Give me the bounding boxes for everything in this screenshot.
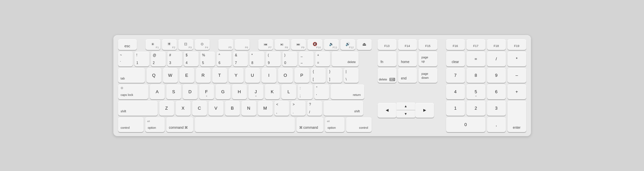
key-numpad-equals[interactable]: = xyxy=(467,52,485,66)
key-numpad-6[interactable]: 6 xyxy=(487,84,506,99)
key-f4[interactable]: ⊙ F4 xyxy=(195,39,210,50)
key-6[interactable]: ^ 6 xyxy=(217,52,231,66)
key-m[interactable]: M xyxy=(258,101,273,116)
key-p[interactable]: P xyxy=(294,68,309,83)
key-backslash[interactable]: | \ xyxy=(344,68,359,83)
key-rbracket[interactable]: } ] xyxy=(327,68,342,83)
key-k[interactable]: K xyxy=(265,84,280,99)
key-numpad-5[interactable]: 5 xyxy=(467,84,485,99)
key-command-left[interactable]: command ⌘ xyxy=(166,117,193,132)
key-f9[interactable]: ⏭ F9 xyxy=(291,39,306,50)
key-arrow-up[interactable]: ▲ xyxy=(396,103,415,110)
key-7[interactable]: & 7 xyxy=(233,52,248,66)
key-f7[interactable]: ⏮ F7 xyxy=(258,39,273,50)
key-4[interactable]: $ 4 xyxy=(184,52,199,66)
key-f1[interactable]: ☀ F1 xyxy=(146,39,160,50)
key-fn[interactable]: fn xyxy=(378,52,396,66)
key-0[interactable]: ) 0 xyxy=(282,52,297,66)
key-8[interactable]: * 8 xyxy=(250,52,264,66)
key-equals[interactable]: + = xyxy=(315,52,330,66)
key-f11[interactable]: 🔉 F11 xyxy=(324,39,339,50)
key-x[interactable]: X xyxy=(176,101,191,116)
key-u[interactable]: U xyxy=(245,68,260,83)
key-q[interactable]: Q xyxy=(147,68,161,83)
key-eject[interactable]: ⏏ xyxy=(357,39,372,50)
key-t[interactable]: T xyxy=(212,68,227,83)
key-n[interactable]: N xyxy=(241,101,256,116)
key-d[interactable]: D xyxy=(183,84,198,99)
key-numpad-divide[interactable]: / xyxy=(487,52,506,66)
key-quote[interactable]: " ' xyxy=(314,84,329,99)
key-a[interactable]: A xyxy=(150,84,165,99)
key-shift-right[interactable]: shift xyxy=(324,101,363,116)
key-comma[interactable]: < , xyxy=(274,101,289,116)
key-end[interactable]: end xyxy=(398,68,417,83)
key-g[interactable]: G xyxy=(216,84,230,99)
key-i[interactable]: I xyxy=(262,68,276,83)
key-f17[interactable]: F17 xyxy=(467,39,485,50)
key-f13[interactable]: F13 xyxy=(378,39,396,50)
key-f15[interactable]: F15 xyxy=(419,39,437,50)
key-f6[interactable]: F6 xyxy=(235,39,250,50)
key-delete-fwd[interactable]: delete ⌦ xyxy=(378,68,396,83)
key-s[interactable]: S xyxy=(166,84,181,99)
key-r[interactable]: R xyxy=(196,68,211,83)
key-l[interactable]: L xyxy=(281,84,296,99)
key-numpad-enter[interactable]: enter xyxy=(507,101,526,132)
key-f5[interactable]: F5 xyxy=(218,39,233,50)
key-numpad-4[interactable]: 4 xyxy=(446,84,465,99)
key-w[interactable]: W xyxy=(163,68,178,83)
key-numpad-7[interactable]: 7 xyxy=(446,68,465,83)
key-minus[interactable]: _ – xyxy=(299,52,314,66)
key-o[interactable]: O xyxy=(278,68,293,83)
key-b[interactable]: B xyxy=(225,101,240,116)
key-arrow-left[interactable]: ◀ xyxy=(378,103,396,118)
key-numpad-plus[interactable]: + xyxy=(507,84,526,99)
key-numpad-1[interactable]: 1 xyxy=(446,101,465,116)
key-5[interactable]: % 5 xyxy=(200,52,215,66)
key-period[interactable]: > . xyxy=(291,101,306,116)
key-numpad-8[interactable]: 8 xyxy=(467,68,485,83)
key-home[interactable]: home xyxy=(398,52,417,66)
key-f10[interactable]: 🔇 F10 xyxy=(308,39,322,50)
key-arrow-right[interactable]: ▶ xyxy=(415,103,434,118)
key-z[interactable]: Z xyxy=(159,101,174,116)
key-f8[interactable]: ⏯ F8 xyxy=(275,39,289,50)
key-f16[interactable]: F16 xyxy=(446,39,465,50)
key-option-right[interactable]: alt option xyxy=(325,117,344,132)
key-numpad-3[interactable]: 3 xyxy=(487,101,506,116)
key-pagedown[interactable]: pagedown xyxy=(419,68,437,83)
key-capslock[interactable]: caps lock xyxy=(118,84,148,99)
key-f14[interactable]: F14 xyxy=(398,39,417,50)
key-tab[interactable]: tab xyxy=(118,68,145,83)
key-option-left[interactable]: alt option xyxy=(145,117,165,132)
key-numpad-clear[interactable]: clear xyxy=(446,52,465,66)
key-2[interactable]: @ 2 xyxy=(151,52,166,66)
key-delete[interactable]: delete xyxy=(332,52,359,66)
key-v[interactable]: V xyxy=(209,101,223,116)
key-numpad-multiply[interactable]: * xyxy=(507,52,526,66)
key-f18[interactable]: F18 xyxy=(487,39,506,50)
key-j[interactable]: J xyxy=(249,84,263,99)
key-control-right[interactable]: control xyxy=(346,117,372,132)
key-semicolon[interactable]: : ; xyxy=(298,84,313,99)
key-numpad-0[interactable]: 0 xyxy=(446,117,485,132)
key-pageup[interactable]: pageup xyxy=(419,52,437,66)
key-slash[interactable]: ? / xyxy=(307,101,322,116)
key-y[interactable]: Y xyxy=(229,68,244,83)
key-control-left[interactable]: control xyxy=(118,117,144,132)
key-esc[interactable]: esc xyxy=(118,39,137,50)
key-f[interactable]: F xyxy=(199,84,214,99)
key-shift-left[interactable]: shift xyxy=(118,101,158,116)
key-f19[interactable]: F19 xyxy=(507,39,526,50)
key-return[interactable]: return xyxy=(331,84,364,99)
key-numpad-decimal[interactable]: , xyxy=(487,117,506,132)
key-numpad-2[interactable]: 2 xyxy=(467,101,485,116)
key-numpad-minus[interactable]: – xyxy=(507,68,526,83)
key-9[interactable]: ( 9 xyxy=(266,52,281,66)
key-1[interactable]: ! 1 xyxy=(135,52,149,66)
key-spacebar[interactable] xyxy=(195,117,295,132)
key-arrow-down[interactable]: ▼ xyxy=(396,110,415,118)
key-3[interactable]: # 3 xyxy=(167,52,182,66)
key-f12[interactable]: 🔊 F12 xyxy=(340,39,355,50)
